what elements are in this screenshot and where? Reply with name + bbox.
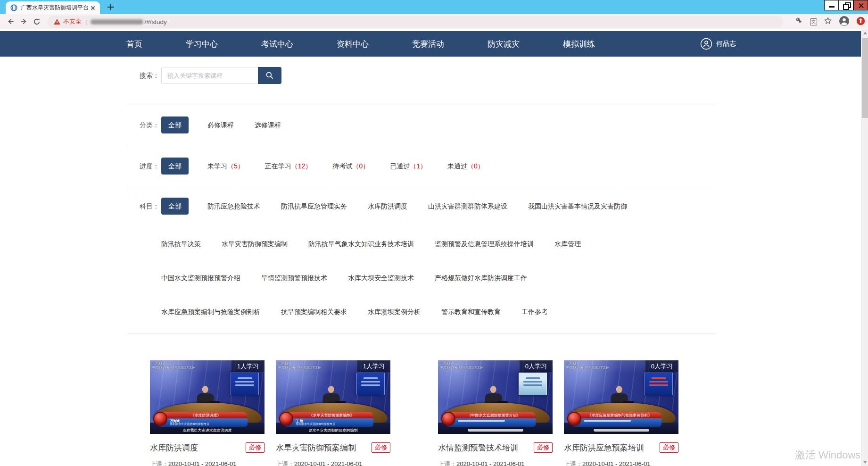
subject-option[interactable]: 抗旱预案编制相关要求 [281,307,347,316]
progress-label: 进度： [127,158,155,175]
url-bar[interactable]: 不安全 | /#/study [47,16,783,28]
required-badge: 必修 [660,442,678,453]
course-card-list: 广西水利中国水利水电科学研究院技术支持 《水库防洪调度》 万海斌水利部水旱灾害防… [150,360,716,466]
subject-filter-row: 科目： 全部 防汛应急抢险技术 防汛抗旱应急管理实务 水库防洪调度 山洪灾害群测… [127,187,716,334]
course-title[interactable]: 水库防洪应急预案培训 [564,442,644,453]
lower-third-banner: 《水旱灾害防御预案编制》 王 翔水利部水旱灾害防御司督察专员 [284,412,373,427]
studio-logo-icon [567,412,581,426]
search-button[interactable] [258,67,281,84]
progress-failed[interactable]: 未通过（0） [447,161,484,171]
video-caption [438,427,553,433]
studio-screen [645,373,673,395]
window-maximize-button[interactable] [839,0,853,10]
course-thumbnail[interactable]: 广西水利中国水利水电科学研究院技术支持 《水库应急预案编制与抢险案例剖析》 0人… [564,360,678,434]
nav-item-simulation[interactable]: 模拟训练 [563,39,595,50]
progress-pending-exam[interactable]: 待考试（0） [332,161,369,171]
security-label[interactable]: 不安全 [63,17,82,26]
scrollbar-up-arrow[interactable] [863,32,867,34]
user-menu[interactable]: 何品志 [700,38,736,50]
browser-toolbar: 不安全 | /#/study 文 [0,14,868,29]
bookmark-star-icon[interactable] [824,17,832,27]
subject-option[interactable]: 中国水文监测预报预警介绍 [161,273,240,283]
search-label: 搜索： [127,67,155,84]
nav-item-disaster-reduction[interactable]: 防灾减灾 [488,39,520,50]
user-name: 何品志 [716,40,736,48]
course-title[interactable]: 水库防洪调度 [150,442,198,453]
browser-tab[interactable]: 广西水旱灾害防御培训平台 [6,1,100,14]
required-badge: 必修 [246,442,265,453]
learner-count-badge: 0人学习 [520,360,553,372]
progress-filter-row: 进度： 全部 未学习（5） 正在学习（12） 待考试（0） 已通过（1） 未通过… [127,146,716,187]
subject-option[interactable]: 水旱灾害防御预案编制 [222,239,288,249]
page-scrollbar[interactable] [861,29,868,466]
url-host-redacted [91,19,143,25]
category-all-button[interactable]: 全部 [161,116,189,133]
progress-passed[interactable]: 已通过（1） [390,161,427,171]
learner-count-badge: 0人学习 [645,360,678,372]
reload-button[interactable] [30,16,43,28]
course-card: 广西水利中国水利水电科学研究院技术支持 《水旱灾害防御预案编制》 王 翔水利部水… [276,360,390,466]
thumbnail-brand-text: 广西水利中国水利水电科学研究院技术支持 [152,362,195,369]
subject-option[interactable]: 防汛抗旱应急管理实务 [281,201,347,211]
subject-option[interactable]: 山洪灾害群测群防体系建设 [428,201,507,211]
scrollbar-down-arrow[interactable] [863,461,867,464]
subject-option[interactable]: 水库应急预案编制与抢险案例剖析 [161,307,260,316]
studio-logo-icon [279,412,293,426]
learner-count-badge: 1人学习 [231,360,265,372]
subject-option[interactable]: 工作参考 [521,307,548,316]
course-card: 广西水利中国水利水电科学研究院技术支持 《中国水文监测预报预警介绍》 0人学习 … [438,360,553,466]
window-minimize-button[interactable] [824,0,839,10]
thumbnail-brand-text: 广西水利中国水利水电科学研究院技术支持 [278,362,321,369]
translate-icon[interactable]: 文 [810,18,817,25]
browser-update-icon[interactable] [856,17,865,27]
subject-option[interactable]: 监测预警及信息管理系统操作培训 [435,239,534,249]
studio-screen [231,373,259,395]
thumbnail-brand-text: 广西水利中国水利水电科学研究院技术支持 [566,362,609,369]
window-close-button[interactable] [853,0,868,10]
subject-option[interactable]: 水库防洪调度 [368,201,407,211]
forward-button[interactable] [17,16,30,28]
nav-item-home[interactable]: 首页 [126,39,142,50]
subject-option[interactable]: 旱情监测预警预报技术 [261,273,327,283]
back-button[interactable] [4,16,17,28]
nav-menu: 首页 学习中心 考试中心 资料中心 竞赛活动 防灾减灾 模拟训练 [126,39,595,50]
subject-option[interactable]: 水库大坝安全监测技术 [348,273,414,283]
nav-item-competition[interactable]: 竞赛活动 [412,39,444,50]
subject-option[interactable]: 警示教育和宣传教育 [441,307,501,316]
subject-option[interactable]: 水库溃坝案例分析 [368,307,421,316]
windows-activation-watermark: 激活 Windows [795,448,860,462]
progress-all-button[interactable]: 全部 [161,158,189,175]
course-thumbnail[interactable]: 广西水利中国水利水电科学研究院技术支持 《水库防洪调度》 万海斌水利部水旱灾害防… [150,360,265,434]
subject-option[interactable]: 防汛抗旱气象水文知识业务技术培训 [308,239,414,249]
search-input[interactable] [161,67,258,84]
course-title[interactable]: 水情监测预警技术培训 [438,442,518,453]
subject-option[interactable]: 水库管理 [554,239,581,249]
course-title[interactable]: 水旱灾害防御预案编制 [276,442,356,453]
subject-option[interactable]: 严格规范做好水库防洪调度工作 [435,273,527,283]
thumbnail-brand-text: 广西水利中国水利水电科学研究院技术支持 [440,362,483,369]
category-required[interactable]: 必修课程 [207,120,234,130]
category-elective[interactable]: 选修课程 [255,120,281,130]
course-card: 广西水利中国水利水电科学研究院技术支持 《水库应急预案编制与抢险案例剖析》 0人… [564,360,678,466]
nav-item-study-center[interactable]: 学习中心 [186,39,218,50]
browser-profile-icon[interactable] [839,16,850,28]
progress-in-progress[interactable]: 正在学习（12） [265,161,312,171]
subject-option[interactable]: 防汛应急抢险技术 [207,201,260,211]
search-icon [265,71,274,80]
nav-item-exam-center[interactable]: 考试中心 [261,39,293,50]
progress-not-started[interactable]: 未学习（5） [207,161,244,171]
key-icon[interactable] [795,17,803,27]
new-tab-button[interactable] [107,4,114,10]
subject-option[interactable]: 我国山洪灾害基本情况及灾害防御 [528,201,627,211]
tab-close-icon[interactable] [90,5,96,11]
scrollbar-thumb[interactable] [862,38,868,118]
tab-title: 广西水旱灾害防御培训平台 [21,4,90,12]
subject-all-button[interactable]: 全部 [161,198,189,215]
required-badge: 必修 [534,442,553,453]
ssl-warning-icon[interactable] [54,19,60,25]
course-thumbnail[interactable]: 广西水利中国水利水电科学研究院技术支持 《中国水文监测预报预警介绍》 0人学习 [438,360,553,434]
nav-item-material-center[interactable]: 资料中心 [337,39,369,50]
site-navbar: 首页 学习中心 考试中心 资料中心 竞赛活动 防灾减灾 模拟训练 何品志 [0,31,861,57]
course-thumbnail[interactable]: 广西水利中国水利水电科学研究院技术支持 《水旱灾害防御预案编制》 王 翔水利部水… [276,360,390,434]
subject-option[interactable]: 防汛抗旱决策 [161,239,201,249]
